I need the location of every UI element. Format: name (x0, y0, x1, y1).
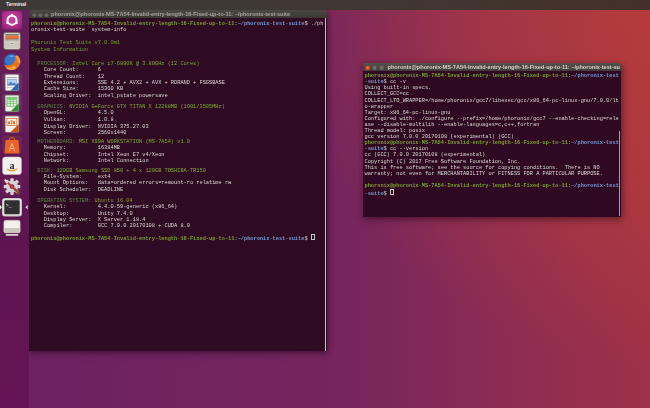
svg-text:>_: >_ (6, 203, 13, 209)
svg-text:a: a (10, 160, 15, 171)
